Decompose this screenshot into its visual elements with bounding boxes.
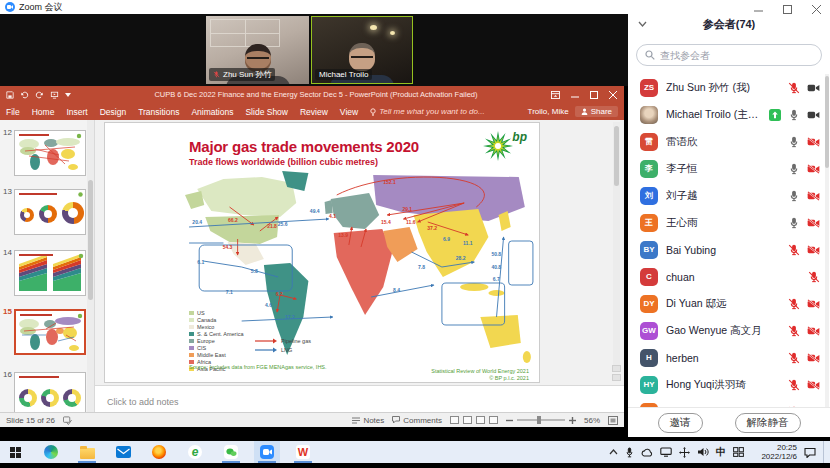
taskbar-file-explorer[interactable] xyxy=(74,441,100,463)
tab-slideshow[interactable]: Slide Show xyxy=(239,103,294,120)
camera-icon xyxy=(807,110,820,120)
avatar: 李 xyxy=(640,160,658,178)
maximize-icon[interactable] xyxy=(781,3,793,15)
search-input[interactable] xyxy=(660,50,813,61)
taskbar-mail[interactable] xyxy=(110,441,136,463)
tab-view[interactable]: View xyxy=(334,103,364,120)
slide-canvas[interactable]: Major gas trade movements 2020 Trade flo… xyxy=(104,122,540,383)
participant-row[interactable]: H herben xyxy=(628,344,830,371)
show-desktop-button[interactable] xyxy=(823,441,826,463)
participant-row[interactable]: HY Hong Yuqi洪羽琦 xyxy=(628,371,830,398)
tray-cloud-icon[interactable] xyxy=(641,448,653,457)
notes-pane[interactable]: Click to add notes xyxy=(95,385,624,412)
copyright-note: Statistical Review of World Energy 2021 … xyxy=(431,368,529,382)
zoom-percentage[interactable]: 56% xyxy=(584,416,600,425)
participant-row[interactable]: 刘 刘子越 xyxy=(628,182,830,209)
maximize-icon[interactable] xyxy=(584,86,603,103)
participants-scrollbar[interactable] xyxy=(825,74,829,408)
taskbar-wps[interactable]: W xyxy=(290,441,316,463)
thumbnail-scrollbar[interactable] xyxy=(87,120,94,412)
flow-value: 6.9 xyxy=(443,236,450,242)
taskbar-internet-explorer[interactable]: e xyxy=(182,441,208,463)
zoom-out-icon[interactable] xyxy=(506,417,513,424)
close-icon[interactable] xyxy=(603,86,622,103)
slide-number: 13 xyxy=(3,187,12,196)
participant-row[interactable]: GW Gao Wenyue 高文月 xyxy=(628,317,830,344)
zoom-slider[interactable] xyxy=(506,417,576,424)
ime-indicator[interactable]: 中 xyxy=(716,445,726,459)
unmute-button[interactable]: 解除静音 xyxy=(735,413,801,433)
slide-number: 14 xyxy=(3,248,12,257)
video-tile-zhu-sun[interactable]: Zhu Sun 孙竹 xyxy=(206,16,309,84)
flow-value: 21.8 xyxy=(267,223,277,229)
camera-icon xyxy=(807,83,820,93)
qat-dropdown-icon[interactable] xyxy=(65,93,71,97)
participant-row[interactable]: ZS Zhu Sun 孙竹 (我) xyxy=(628,74,830,101)
undo-icon[interactable] xyxy=(20,91,29,99)
start-button[interactable] xyxy=(2,441,28,463)
mic-icon xyxy=(788,136,800,148)
background-shelves xyxy=(210,19,280,47)
tab-transitions[interactable]: Transitions xyxy=(132,103,185,120)
tab-review[interactable]: Review xyxy=(294,103,334,120)
participant-row[interactable]: BY Bai Yubing xyxy=(628,236,830,263)
participant-row[interactable]: C chuan xyxy=(628,263,830,290)
slide-nav-buttons[interactable] xyxy=(612,365,621,381)
participant-row[interactable]: 李 李子恒 xyxy=(628,155,830,182)
comments-toggle[interactable]: Comments xyxy=(392,416,442,425)
minimize-icon[interactable] xyxy=(565,86,584,103)
participant-name: 雷语欣 xyxy=(666,135,780,149)
firefox-icon xyxy=(152,445,166,459)
tell-me-box[interactable]: Tell me what you want to do... xyxy=(364,107,485,116)
taskbar-firefox[interactable] xyxy=(146,441,172,463)
close-icon[interactable] xyxy=(810,3,822,15)
slide-thumbnail-map xyxy=(14,130,86,176)
slide-scrollbar[interactable] xyxy=(613,122,620,368)
tray-mic-icon[interactable] xyxy=(625,447,634,458)
flow-value: 28.2 xyxy=(456,255,466,261)
redo-icon[interactable] xyxy=(35,91,44,99)
fit-slide-icon[interactable] xyxy=(608,416,618,425)
camera-off-icon xyxy=(807,191,820,201)
tab-insert[interactable]: Insert xyxy=(60,103,93,120)
minimize-icon[interactable] xyxy=(752,3,764,15)
participant-row[interactable]: Michael Troilo (主持人) xyxy=(628,101,830,128)
slideshow-icon[interactable] xyxy=(50,91,59,99)
zoom-app-icon xyxy=(5,2,15,12)
save-icon[interactable] xyxy=(6,91,14,99)
camera-off-icon xyxy=(807,299,820,309)
powerpoint-window: CUPB 6 Dec 2022 Finance and the Energy S… xyxy=(0,86,624,427)
pipeline-arrow-icon xyxy=(255,338,277,344)
tray-move-arrows-icon[interactable] xyxy=(679,447,690,458)
panel-window-controls xyxy=(752,3,822,15)
tab-home[interactable]: Home xyxy=(26,103,61,120)
invite-button[interactable]: 邀请 xyxy=(658,413,703,433)
tray-volume-icon[interactable] xyxy=(697,447,709,457)
taskbar-zoom-active[interactable] xyxy=(254,441,280,463)
taskbar-edge[interactable] xyxy=(38,441,64,463)
participant-name: 李子恒 xyxy=(666,162,780,176)
ribbon-display-options-icon[interactable] xyxy=(546,86,565,103)
tab-file[interactable]: File xyxy=(0,103,26,120)
participant-row[interactable]: 王 王心雨 xyxy=(628,209,830,236)
action-center-icon[interactable] xyxy=(804,447,816,458)
video-tile-michael-troilo[interactable]: Michael Troilo xyxy=(311,16,413,84)
view-switcher[interactable] xyxy=(450,416,498,424)
tab-design[interactable]: Design xyxy=(94,103,132,120)
flow-value: 6.1 xyxy=(197,259,204,265)
tray-display-icon[interactable] xyxy=(660,447,672,457)
tab-animations[interactable]: Animations xyxy=(185,103,239,120)
flow-value: 49.4 xyxy=(310,208,320,214)
notes-toggle[interactable]: Notes xyxy=(352,416,384,425)
participant-row[interactable]: DY Di Yuan 邸远 xyxy=(628,290,830,317)
participant-search[interactable] xyxy=(636,44,822,66)
zoom-in-icon[interactable] xyxy=(569,417,576,424)
participant-row[interactable]: 雷 雷语欣 xyxy=(628,128,830,155)
hidden-icons-chevron[interactable] xyxy=(609,449,618,455)
taskbar-clock[interactable]: 20:25 2022/12/6 xyxy=(751,443,797,461)
share-button[interactable]: Share xyxy=(575,106,618,117)
touch-keyboard-icon[interactable] xyxy=(733,447,744,457)
participants-title: 参会者(74) xyxy=(628,17,830,32)
taskbar-wechat[interactable] xyxy=(218,441,244,463)
spellcheck-icon[interactable] xyxy=(63,416,72,425)
